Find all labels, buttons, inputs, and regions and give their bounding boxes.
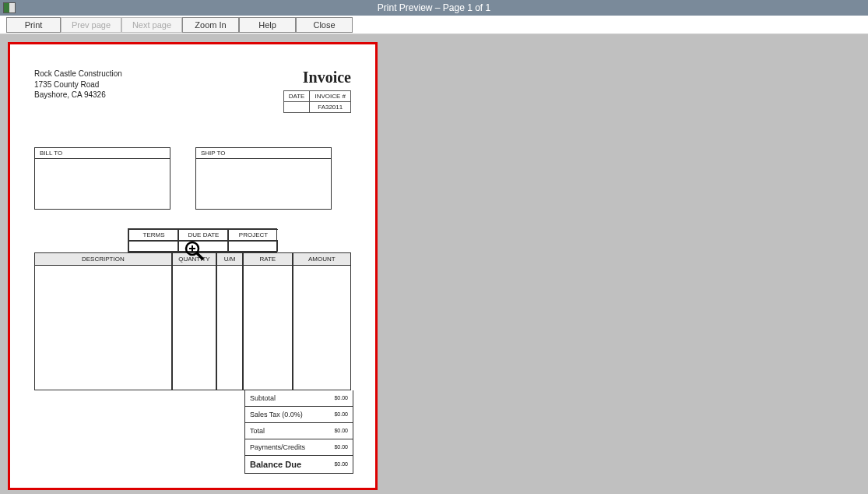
bill-to-box: BILL TO <box>34 147 170 210</box>
next-page-button: Next page <box>121 17 182 33</box>
bill-to-label: BILL TO <box>35 148 170 159</box>
terms-row: TERMS DUE DATE PROJECT <box>128 228 351 252</box>
zoom-in-button[interactable]: Zoom In <box>182 17 239 33</box>
payments-label: Payments/Credits <box>250 443 305 451</box>
tax-value: $0.00 <box>334 411 348 417</box>
preview-area: Rock Castle Construction 1735 County Roa… <box>0 34 868 494</box>
col-um: U/M <box>216 252 243 266</box>
subtotal-value: $0.00 <box>334 395 348 400</box>
toolbar: Print Prev page Next page Zoom In Help C… <box>0 16 868 34</box>
summary-box: Subtotal$0.00 Sales Tax (0.0%)$0.00 Tota… <box>244 390 353 474</box>
tax-label: Sales Tax (0.0%) <box>250 411 303 418</box>
col-rate: RATE <box>243 252 293 266</box>
project-value <box>228 241 278 252</box>
app-icon <box>3 2 16 13</box>
window-title: Print Preview – Page 1 of 1 <box>378 2 490 13</box>
due-date-value <box>178 241 228 252</box>
col-quantity: QUANTITY <box>172 252 217 266</box>
project-label: PROJECT <box>228 229 278 241</box>
payments-value: $0.00 <box>334 444 348 450</box>
help-button[interactable]: Help <box>239 17 296 33</box>
total-value: $0.00 <box>334 428 348 433</box>
balance-due-label: Balance Due <box>250 460 301 469</box>
page-thumbnail[interactable]: Rock Castle Construction 1735 County Roa… <box>8 42 378 490</box>
print-button[interactable]: Print <box>6 17 61 33</box>
bill-to-body <box>35 159 170 209</box>
meta-date-value <box>283 102 310 113</box>
close-button[interactable]: Close <box>296 17 353 33</box>
ship-to-box: SHIP TO <box>195 147 332 210</box>
title-bar: Print Preview – Page 1 of 1 <box>0 0 868 16</box>
line-items-body <box>34 266 351 390</box>
line-items-header: DESCRIPTION QUANTITY U/M RATE AMOUNT <box>34 252 351 266</box>
document-title: Invoice <box>303 69 351 86</box>
ship-to-label: SHIP TO <box>196 148 331 159</box>
invoice-page: Rock Castle Construction 1735 County Roa… <box>11 45 374 487</box>
col-amount: AMOUNT <box>293 252 351 266</box>
ship-to-body <box>196 159 331 209</box>
total-label: Total <box>250 427 265 435</box>
meta-invnum-label: INVOICE # <box>310 91 351 102</box>
meta-date-label: DATE <box>283 91 310 102</box>
terms-value <box>128 241 178 252</box>
col-description: DESCRIPTION <box>34 252 172 266</box>
due-date-label: DUE DATE <box>178 229 228 241</box>
terms-label: TERMS <box>128 229 178 241</box>
subtotal-label: Subtotal <box>250 394 276 402</box>
balance-due-value: $0.00 <box>334 461 348 467</box>
meta-invnum-value: FA32011 <box>310 102 351 113</box>
invoice-meta-table: DATE INVOICE # FA32011 <box>283 90 351 113</box>
prev-page-button: Prev page <box>61 17 121 33</box>
